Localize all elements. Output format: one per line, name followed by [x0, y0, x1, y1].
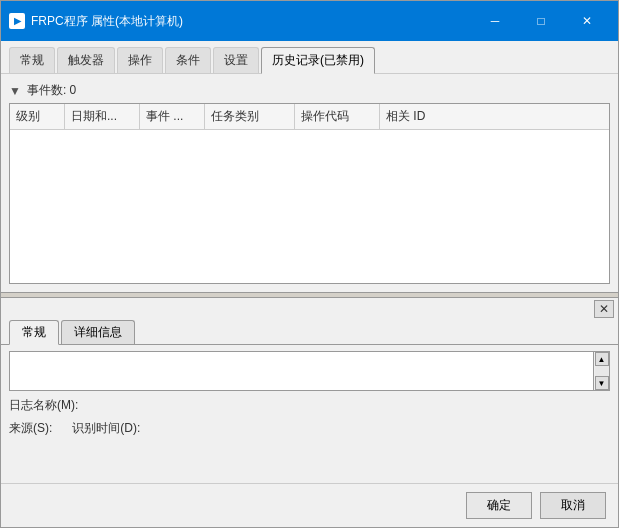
main-window: ▶ FRPC程序 属性(本地计算机) ─ □ ✕ 常规 触发器 操作 条件 设置…: [0, 0, 619, 528]
cancel-button[interactable]: 取消: [540, 492, 606, 519]
log-name-row: 日志名称(M):: [9, 397, 610, 414]
scroll-down-arrow[interactable]: ▼: [595, 376, 609, 390]
event-table: 级别 日期和... 事件 ... 任务类别 操作代码 相关 ID: [9, 103, 610, 284]
maximize-button[interactable]: □: [518, 7, 564, 35]
close-bottom-panel-button[interactable]: ✕: [594, 300, 614, 318]
tab-general[interactable]: 常规: [9, 47, 55, 73]
bottom-panel: ✕ 常规 详细信息 ▲ ▼ 日志名称(M):: [1, 298, 618, 483]
scroll-up-arrow[interactable]: ▲: [595, 352, 609, 366]
bottom-panel-header: ✕: [1, 298, 618, 320]
window-title: FRPC程序 属性(本地计算机): [31, 13, 183, 30]
title-controls: ─ □ ✕: [472, 7, 610, 35]
event-panel: ▼ 事件数: 0 级别 日期和... 事件 ... 任务类别 操作代码 相关 I…: [1, 74, 618, 292]
tab-history[interactable]: 历史记录(已禁用): [261, 47, 375, 74]
table-body: [10, 130, 609, 283]
recognition-label: 识别时间(D):: [72, 420, 140, 437]
title-bar-left: ▶ FRPC程序 属性(本地计算机): [9, 13, 183, 30]
filter-bar: ▼ 事件数: 0: [9, 82, 610, 99]
btab-details[interactable]: 详细信息: [61, 320, 135, 344]
source-item: 来源(S):: [9, 420, 52, 437]
close-button[interactable]: ✕: [564, 7, 610, 35]
tab-conditions[interactable]: 条件: [165, 47, 211, 73]
minimize-button[interactable]: ─: [472, 7, 518, 35]
tab-actions[interactable]: 操作: [117, 47, 163, 73]
col-date: 日期和...: [65, 104, 140, 129]
log-name-label: 日志名称(M):: [9, 397, 78, 414]
tab-triggers[interactable]: 触发器: [57, 47, 115, 73]
source-time-row: 来源(S): 识别时间(D):: [9, 420, 610, 437]
col-task: 任务类别: [205, 104, 295, 129]
filter-icon: ▼: [9, 84, 21, 98]
col-related-id: 相关 ID: [380, 104, 609, 129]
event-count-label: 事件数: 0: [27, 82, 76, 99]
table-header: 级别 日期和... 事件 ... 任务类别 操作代码 相关 ID: [10, 104, 609, 130]
recognition-item: 识别时间(D):: [72, 420, 140, 437]
tab-settings[interactable]: 设置: [213, 47, 259, 73]
scroll-track: [595, 366, 609, 376]
col-opcode: 操作代码: [295, 104, 380, 129]
title-bar: ▶ FRPC程序 属性(本地计算机) ─ □ ✕: [1, 1, 618, 41]
footer: 确定 取消: [1, 483, 618, 527]
tabs-row: 常规 触发器 操作 条件 设置 历史记录(已禁用): [1, 41, 618, 74]
scrollbar-vertical[interactable]: ▲ ▼: [593, 352, 609, 390]
bottom-content: ▲ ▼ 日志名称(M): 来源(S): 识别时间(D):: [1, 345, 618, 483]
bottom-tabs-row: 常规 详细信息: [1, 320, 618, 345]
ok-button[interactable]: 确定: [466, 492, 532, 519]
main-content: ▼ 事件数: 0 级别 日期和... 事件 ... 任务类别 操作代码 相关 I…: [1, 74, 618, 527]
col-level: 级别: [10, 104, 65, 129]
source-label: 来源(S):: [9, 420, 52, 437]
app-icon: ▶: [9, 13, 25, 29]
description-box: ▲ ▼: [9, 351, 610, 391]
col-event: 事件 ...: [140, 104, 205, 129]
btab-general[interactable]: 常规: [9, 320, 59, 345]
